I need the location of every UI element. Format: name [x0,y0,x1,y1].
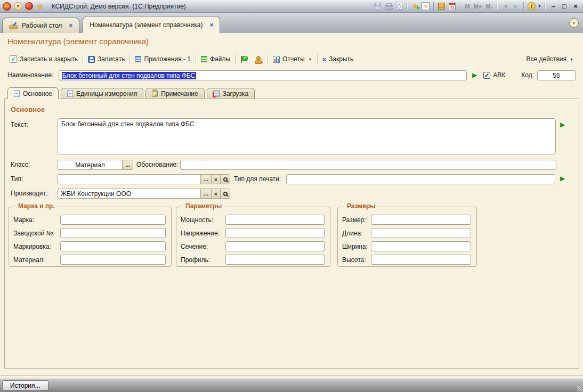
ellipsis-button[interactable]: ... [200,189,211,198]
close-window-button[interactable]: × [571,2,580,10]
clear-button[interactable]: × [211,189,220,198]
magnifier-icon [223,177,228,182]
reports-button[interactable]: Отчеты ▼ [270,54,315,64]
length-input[interactable] [371,228,471,238]
print-preview-button[interactable] [394,2,403,11]
info-button[interactable]: i [527,2,536,11]
group-sizes-title: Размеры [344,202,378,210]
favorites-star-icon[interactable]: ★ [37,3,44,10]
size-input[interactable] [371,215,471,225]
name-input[interactable]: Блок бетонный для стен подвалов типа ФБС [59,70,467,80]
flag-button[interactable]: ✓ [237,54,252,64]
manufacturer-label: Производит.: [11,190,48,197]
back-button[interactable] [500,2,509,11]
favorites-list-button[interactable]: ★ [421,2,430,11]
command-bar: ✓ Записать и закрыть Записать Приложения… [6,53,576,66]
search-button[interactable] [220,175,230,184]
files-button[interactable]: Файлы [198,54,233,64]
field-row: Напряжение: [181,228,325,238]
type-label: Тип: [11,175,23,183]
marking-input[interactable] [60,241,166,251]
form-bottom-border [0,375,583,375]
width-input[interactable] [371,241,471,251]
tab-list-button[interactable]: ▼ [569,18,579,28]
history-button[interactable]: История... [2,380,48,390]
code-input[interactable]: 55 [537,70,576,80]
open-button[interactable]: ▶ [472,72,477,78]
attachments-button[interactable]: Приложения - 1 [132,54,194,64]
height-input[interactable] [371,255,471,265]
separator [407,2,407,10]
back-arrow-icon [503,4,507,9]
tab-note[interactable]: ✓ Примечание [145,88,204,99]
caret-down-icon: ▼ [570,58,573,61]
field-row: Размер: [342,215,471,225]
chevron-down-icon: ▼ [572,21,576,25]
save-button[interactable] [373,2,382,11]
voltage-label: Напряжение: [181,230,225,237]
tab-units[interactable]: Единицы измерения [61,88,143,99]
document-icon [14,90,20,97]
marka-input[interactable] [60,215,166,225]
desktop-icon [9,22,18,29]
flag-icon: ✓ [240,56,248,63]
tab-main[interactable]: Основное [7,87,59,99]
justification-input[interactable] [180,160,556,170]
memory-mplus-button[interactable]: M+ [473,3,483,10]
responsible-person-button[interactable] [252,54,266,64]
tab-load[interactable]: Загрузка [207,88,255,99]
tab-desktop[interactable]: Рабочий стол × [2,18,79,33]
group-marka: Марка и пр. Марка: Заводской №: Маркиров… [9,207,172,267]
close-form-button[interactable]: × Закрыть [319,54,357,64]
factory-number-input[interactable] [60,228,166,238]
info-caret-icon[interactable]: ▼ [538,4,541,8]
clear-button[interactable]: × [211,175,220,184]
print-button[interactable] [384,2,393,11]
height-label: Высота: [342,256,371,264]
ellipsis-button[interactable]: ... [200,175,211,184]
forward-button[interactable] [511,2,520,11]
print-type-input[interactable] [286,174,555,184]
save-and-close-button[interactable]: ✓ Записать и закрыть [6,54,81,64]
calendar-icon: 31 [449,3,456,10]
separator [523,2,524,10]
class-combo[interactable]: Материал ... [58,160,133,170]
ellipsis-button[interactable]: ... [122,160,133,169]
main-menu-button[interactable]: ▼ [14,2,22,11]
memory-mminus-button[interactable]: M- [484,3,493,10]
search-button[interactable] [220,189,230,198]
print-type-label: Тип для печати: [234,175,281,183]
all-actions-button[interactable]: Все действия ▼ [524,54,576,64]
avk-label: АВК [493,71,505,79]
floppy-icon [88,56,95,63]
tab-close-icon[interactable]: × [209,21,213,29]
resize-grip[interactable] [577,386,582,391]
material-label: Материал: [13,256,60,264]
tab-close-icon[interactable]: × [69,22,72,29]
power-input[interactable] [225,215,325,225]
app-window: 1С ▼ ★ КСИДСтрой: Демо версия. (1С:Предп… [0,0,583,392]
material-input[interactable] [60,255,166,265]
memory-m-button[interactable]: M [464,3,471,10]
open-button[interactable]: ▶ [560,121,565,128]
text-area[interactable]: Блок бетонный для стен подвалов типа ФБС [58,118,556,154]
tab-nomenclature[interactable]: Номенклатура (элемент справочника) × [83,16,220,33]
group-marka-title: Марка и пр. [15,202,58,210]
voltage-input[interactable] [225,228,325,238]
type-combo[interactable]: ... × [58,174,230,184]
minimize-button[interactable]: – [548,2,558,10]
group-parameters: Параметры Мощность: Напряжение: Сечение:… [176,207,330,267]
field-row: Материал: [13,255,166,265]
selected-text: Блок бетонный для стен подвалов типа ФБС [62,72,196,79]
open-button[interactable]: ▶ [560,175,565,182]
save-record-button[interactable]: Записать [85,54,128,64]
calculator-button[interactable] [437,2,446,11]
manufacturer-combo[interactable]: ЖБИ Конструкции ООО ... × [58,189,230,199]
record-button[interactable] [25,2,33,10]
maximize-button[interactable]: □ [560,2,569,10]
section-input[interactable] [225,241,325,251]
profile-input[interactable] [225,255,325,265]
calendar-button[interactable]: 31 [448,2,457,11]
add-favorite-button[interactable]: ★ [410,2,419,11]
avk-checkbox[interactable]: ✓ [483,72,490,79]
